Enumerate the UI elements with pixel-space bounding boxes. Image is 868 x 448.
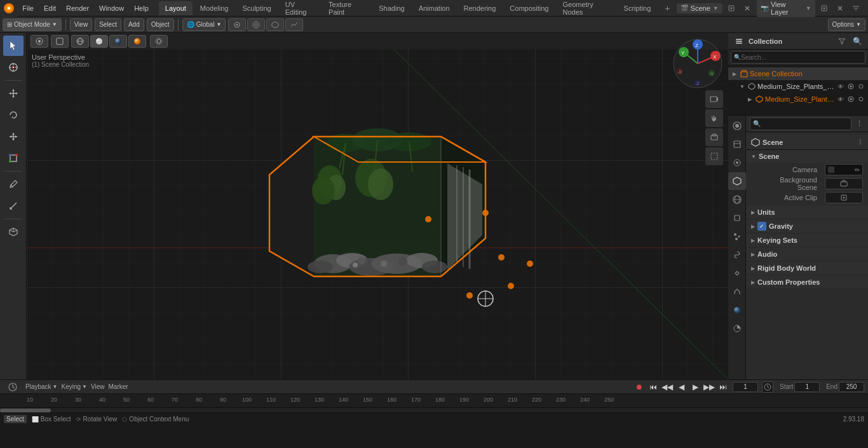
view-layer-new-btn[interactable]	[818, 1, 831, 15]
tree-item-1-select[interactable]	[857, 95, 865, 104]
timeline-scroll[interactable]	[0, 407, 868, 412]
tree-item-1[interactable]: ▶ Medium_Size_Plants_Terr 👁	[728, 93, 868, 105]
current-frame-input[interactable]: 1	[733, 382, 758, 392]
props-shading-btn[interactable]	[728, 320, 746, 337]
snap-btn[interactable]	[228, 18, 246, 31]
object-mode-selector[interactable]: ⊞ Object Mode ▼	[3, 18, 62, 31]
scene-section-header[interactable]: ▼ Scene	[746, 150, 868, 163]
select-tool-btn[interactable]	[3, 36, 24, 56]
props-search[interactable]: 🔍	[750, 118, 851, 130]
jump-start-btn[interactable]: ⏮	[648, 381, 659, 393]
workspace-sculpting[interactable]: Sculpting	[236, 1, 277, 15]
props-output-btn[interactable]	[728, 135, 746, 153]
outliner-filter-btn[interactable]	[835, 34, 849, 48]
viewport[interactable]: User Perspective (1) Scene Collection	[27, 33, 728, 379]
measure-tool-btn[interactable]	[3, 196, 24, 216]
units-section-header[interactable]: ▶ Units	[746, 206, 868, 219]
options-btn[interactable]: Options ▼	[828, 18, 865, 31]
props-world-btn[interactable]	[728, 191, 746, 208]
frame-clock-btn[interactable]	[762, 381, 773, 393]
timeline-track[interactable]: 10 20 30 40 50 60 70 80 90 100 110 120 1…	[0, 394, 868, 407]
select-menu[interactable]: Select	[95, 18, 121, 31]
tree-item-0-arrow[interactable]: ▼	[738, 83, 746, 90]
background-scene-value[interactable]	[825, 178, 863, 189]
start-frame-input[interactable]: 1	[794, 382, 820, 392]
keying-sets-header[interactable]: ▶ Keying Sets	[746, 234, 868, 247]
props-data-btn[interactable]	[728, 283, 746, 301]
props-options-btn[interactable]: ⋮	[854, 119, 864, 129]
scene-collection-arrow[interactable]: ▶	[731, 70, 738, 78]
move-tool-btn[interactable]	[3, 83, 24, 104]
view-menu-tl[interactable]: View	[91, 383, 105, 390]
scene-collection-item[interactable]: ▶ Scene Collection	[728, 67, 868, 80]
menu-window[interactable]: Window	[94, 0, 129, 17]
workspace-geometry-nodes[interactable]: Geometry Nodes	[556, 1, 616, 15]
prev-frame-btn[interactable]: ◀	[675, 381, 687, 393]
gravity-section-header[interactable]: ▶ ✓ Gravity	[746, 220, 868, 233]
workspace-layout[interactable]: Layout	[159, 1, 193, 15]
props-object-btn[interactable]	[728, 209, 746, 227]
props-particles-btn[interactable]	[728, 227, 746, 245]
workspace-shading[interactable]: Shading	[372, 1, 410, 15]
select-badge[interactable]: Select	[4, 415, 27, 423]
view-layer-delete-btn[interactable]	[834, 1, 847, 15]
props-constraints-btn[interactable]	[728, 264, 746, 282]
props-scene-btn[interactable]	[728, 172, 746, 190]
jump-end-btn[interactable]: ⏭	[717, 381, 729, 393]
add-menu[interactable]: Add	[124, 18, 144, 31]
camera-pencil[interactable]: ✏	[855, 166, 860, 173]
blender-logo[interactable]	[0, 0, 17, 17]
playback-menu[interactable]: Playback ▼	[25, 383, 58, 390]
gravity-checkbox[interactable]: ✓	[757, 222, 766, 231]
view-camera-persp-btn[interactable]	[705, 128, 723, 146]
tree-item-1-render[interactable]	[846, 95, 855, 104]
keying-menu[interactable]: Keying ▼	[62, 383, 88, 390]
props-physics-btn[interactable]	[728, 246, 746, 264]
graph-btn[interactable]	[285, 18, 303, 31]
transform-tool-btn[interactable]	[3, 148, 24, 168]
rotate-tool-btn[interactable]	[3, 105, 24, 125]
navigation-gizmo[interactable]: X Y Z -X -Y -Z	[672, 38, 723, 89]
workspace-texture-paint[interactable]: Texture Paint	[322, 1, 371, 15]
workspace-animation[interactable]: Animation	[412, 1, 456, 15]
workspace-scripting[interactable]: Scripting	[618, 1, 658, 15]
tree-item-0-select[interactable]	[857, 82, 865, 91]
menu-help[interactable]: Help	[129, 0, 154, 17]
view-hand-btn[interactable]	[705, 109, 723, 127]
terrarium-object[interactable]	[219, 73, 536, 340]
props-material-btn[interactable]	[728, 301, 746, 319]
view-menu[interactable]: View	[70, 18, 93, 31]
transform-selector[interactable]: 🌐 Global ▼	[182, 18, 226, 31]
proportional-edit-btn[interactable]	[247, 18, 265, 31]
record-btn[interactable]: ⏺	[634, 381, 645, 393]
workspace-compositing[interactable]: Compositing	[503, 1, 555, 15]
annotate-tool-btn[interactable]	[3, 174, 24, 194]
audio-section-header[interactable]: ▶ Audio	[746, 248, 868, 261]
menu-render[interactable]: Render	[61, 0, 94, 17]
scene-delete-btn[interactable]	[741, 1, 754, 15]
workspace-rendering[interactable]: Rendering	[458, 1, 503, 15]
transform-btn[interactable]	[266, 18, 284, 31]
view-layer-selector[interactable]: 📷 View Layer ▼	[757, 0, 815, 17]
scale-tool-btn[interactable]	[3, 126, 24, 147]
props-scene-options[interactable]: ⋮	[857, 139, 863, 146]
camera-value[interactable]: ✏	[825, 164, 863, 175]
outliner-search-btn[interactable]: 🔍	[850, 34, 864, 48]
next-frame-btn[interactable]: ▶▶	[703, 381, 715, 393]
play-btn[interactable]: ▶	[689, 381, 701, 393]
tree-item-1-arrow[interactable]: ▶	[746, 95, 754, 103]
cursor-tool-btn[interactable]	[3, 57, 24, 78]
view-render-region-btn[interactable]	[705, 147, 723, 165]
workspace-modeling[interactable]: Modeling	[194, 1, 235, 15]
prev-keyframe-btn[interactable]: ◀◀	[661, 381, 673, 393]
viewport-3d-area[interactable]	[27, 33, 728, 379]
tree-item-0-render[interactable]	[846, 82, 855, 91]
marker-menu[interactable]: Marker	[109, 383, 128, 390]
filter-btn[interactable]	[850, 1, 863, 15]
scroll-thumb[interactable]	[0, 409, 51, 412]
scene-new-btn[interactable]	[725, 1, 738, 15]
tree-item-1-eye[interactable]: 👁	[836, 95, 845, 104]
props-view-btn[interactable]	[728, 154, 746, 172]
add-cube-btn[interactable]	[3, 222, 24, 242]
workspace-add[interactable]: +	[658, 1, 676, 15]
